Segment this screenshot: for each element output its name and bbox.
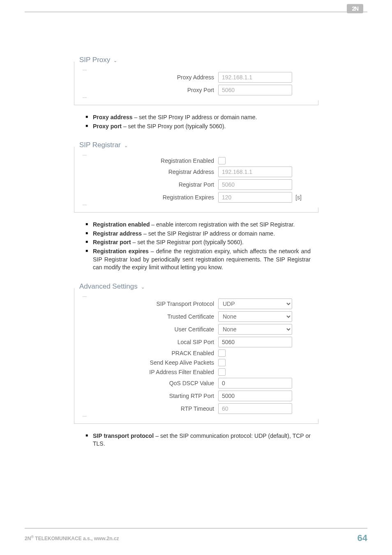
label-sip-transport: SIP Transport Protocol	[83, 301, 218, 307]
input-proxy-port[interactable]	[218, 85, 292, 95]
footer-company: 2N® TELEKOMUNIKACE a.s., www.2n.cz	[25, 535, 119, 541]
checkbox-prack-enabled[interactable]	[218, 349, 226, 357]
page-footer: 2N® TELEKOMUNIKACE a.s., www.2n.cz 64	[25, 528, 367, 543]
label-keep-alive: Send Keep Alive Packets	[83, 359, 218, 366]
section-advanced-settings: Advanced Settings ⌄ SIP Transport Protoc…	[74, 292, 318, 424]
label-user-cert: User Certificate	[83, 326, 218, 333]
input-registrar-port[interactable]	[218, 179, 292, 190]
input-starting-rtp[interactable]	[218, 391, 292, 401]
brand-logo: 2N	[347, 3, 363, 16]
label-trusted-cert: Trusted Certificate	[83, 313, 218, 320]
label-registration-enabled: Registration Enabled	[83, 157, 218, 164]
checkbox-ip-filter[interactable]	[218, 368, 226, 376]
page-number: 64	[357, 533, 367, 543]
svg-text:2N: 2N	[352, 5, 358, 12]
label-registration-expires: Registration Expires	[83, 194, 218, 201]
select-sip-transport[interactable]: UDP	[218, 298, 292, 309]
label-local-sip-port: Local SIP Port	[83, 339, 218, 345]
label-ip-filter: IP Address Filter Enabled	[83, 369, 218, 375]
desc-list-proxy: Proxy address – set the SIP Proxy IP add…	[74, 113, 318, 130]
checkbox-registration-enabled[interactable]	[218, 157, 226, 164]
label-rtp-timeout: RTP Timeout	[83, 405, 218, 412]
label-proxy-port: Proxy Port	[83, 87, 218, 93]
section-title-label: SIP Proxy	[79, 56, 110, 64]
desc-item: Registrar address – set the SIP Registra…	[85, 230, 311, 238]
input-proxy-address[interactable]	[218, 72, 292, 83]
section-title-label: SIP Registrar	[79, 141, 121, 149]
desc-list-advanced: SIP transport protocol – set the SIP com…	[74, 432, 318, 448]
label-prack-enabled: PRACK Enabled	[83, 350, 218, 356]
input-registration-expires[interactable]	[218, 192, 292, 203]
label-starting-rtp: Starting RTP Port	[83, 393, 218, 399]
label-registrar-address: Registrar Address	[83, 169, 218, 175]
section-title-advanced[interactable]: Advanced Settings ⌄	[78, 282, 146, 291]
desc-item: Registration enabled – enable intercom r…	[85, 221, 311, 229]
desc-item: Proxy port – set the SIP Proxy port (typ…	[85, 123, 311, 131]
desc-item: Proxy address – set the SIP Proxy IP add…	[85, 113, 311, 122]
section-title-sip-registrar[interactable]: SIP Registrar ⌄	[78, 141, 129, 149]
chevron-down-icon: ⌄	[141, 284, 145, 290]
chevron-down-icon: ⌄	[124, 143, 128, 148]
desc-list-registrar: Registration enabled – enable intercom r…	[74, 221, 318, 272]
section-sip-registrar: SIP Registrar ⌄ Registration Enabled Reg…	[74, 151, 318, 213]
unit-seconds: [s]	[295, 194, 302, 201]
label-proxy-address: Proxy Address	[83, 74, 218, 81]
desc-item: Registrar port – set the SIP Registrar p…	[85, 238, 311, 247]
input-registrar-address[interactable]	[218, 166, 292, 177]
select-user-cert[interactable]: None	[218, 324, 292, 335]
label-qos-dscp: QoS DSCP Value	[83, 380, 218, 386]
section-title-label: Advanced Settings	[79, 282, 138, 290]
section-sip-proxy: SIP Proxy ⌄ Proxy Address Proxy Port	[74, 66, 318, 105]
select-trusted-cert[interactable]: None	[218, 311, 292, 322]
label-registrar-port: Registrar Port	[83, 181, 218, 188]
input-qos-dscp[interactable]	[218, 378, 292, 388]
input-rtp-timeout[interactable]	[218, 403, 292, 414]
input-local-sip-port[interactable]	[218, 337, 292, 347]
section-title-sip-proxy[interactable]: SIP Proxy ⌄	[78, 56, 119, 64]
desc-item: SIP transport protocol – set the SIP com…	[85, 432, 311, 448]
chevron-down-icon: ⌄	[113, 58, 117, 63]
desc-item: Registration expires – define the regist…	[85, 247, 311, 272]
checkbox-keep-alive[interactable]	[218, 359, 226, 366]
